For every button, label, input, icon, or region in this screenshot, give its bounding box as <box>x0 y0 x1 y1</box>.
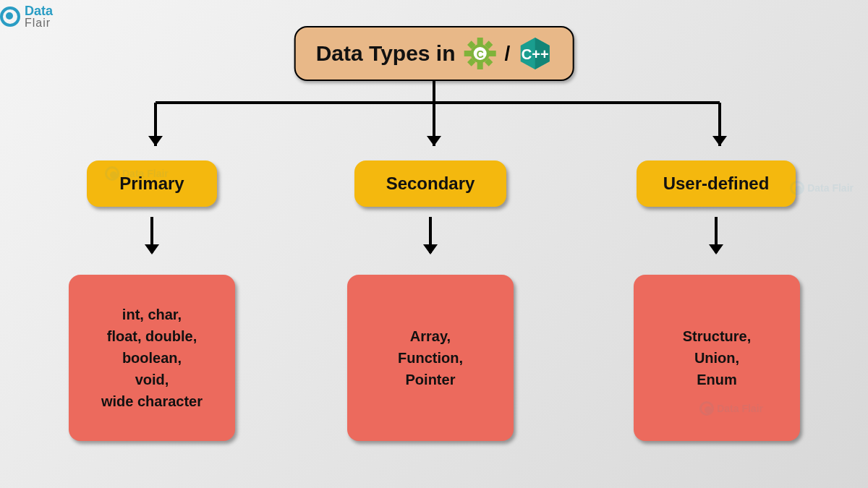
title-box: Data Types in C / C++ <box>294 26 574 81</box>
title-text: Data Types in <box>316 41 456 66</box>
detail-secondary-text: Array, Function, Pointer <box>398 325 463 390</box>
svg-rect-1 <box>477 62 483 69</box>
watermark-icon: Data Flair <box>790 181 854 195</box>
category-secondary-label: Secondary <box>386 174 475 193</box>
main-connector-lines <box>109 81 760 168</box>
logo-circle-icon <box>0 7 20 27</box>
detail-userdefined-text: Structure, Union, Enum <box>683 325 751 390</box>
svg-rect-3 <box>489 51 496 56</box>
arrow-icon <box>429 217 432 253</box>
logo-line2: Flair <box>25 17 53 29</box>
category-secondary: Secondary <box>354 160 506 207</box>
logo-line1: Data <box>25 4 53 17</box>
brand-logo: Data Flair <box>0 4 53 29</box>
detail-primary-text: int, char, float, double, boolean, void,… <box>101 304 203 412</box>
c-language-icon: C <box>463 36 498 71</box>
arrow-icon <box>715 217 718 253</box>
detail-primary: int, char, float, double, boolean, void,… <box>69 275 235 441</box>
watermark-icon: Data Flair <box>105 166 169 181</box>
svg-text:C++: C++ <box>521 46 548 62</box>
detail-secondary: Array, Function, Pointer <box>347 275 514 441</box>
svg-marker-21 <box>712 136 727 146</box>
arrow-icon <box>150 217 153 253</box>
category-userdefined: User-defined <box>637 160 796 207</box>
svg-rect-0 <box>477 38 483 45</box>
logo-text: Data Flair <box>25 4 53 29</box>
title-separator: / <box>505 42 511 65</box>
svg-rect-2 <box>464 51 472 56</box>
cpp-language-icon: C++ <box>517 36 552 71</box>
category-userdefined-label: User-defined <box>663 174 770 193</box>
detail-userdefined: Structure, Union, Enum <box>634 275 800 441</box>
svg-marker-20 <box>427 136 441 146</box>
svg-text:C: C <box>476 48 483 60</box>
svg-marker-19 <box>148 136 163 146</box>
watermark-icon: Data Flair <box>699 401 763 416</box>
